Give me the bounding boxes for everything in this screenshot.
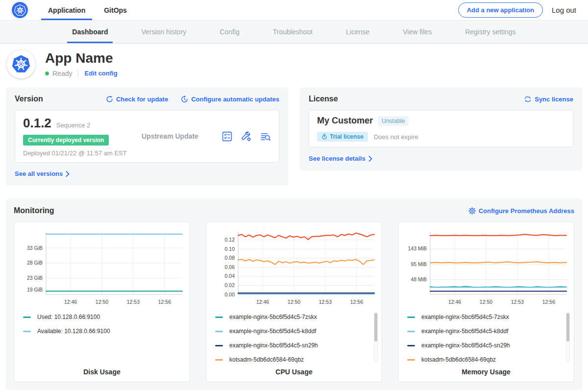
version-sequence: Sequence 2 (56, 122, 90, 129)
configure-automatic-updates-link[interactable]: Configure automatic updates (181, 96, 279, 103)
app-header: App Name Ready Edit config (0, 44, 588, 85)
divider (78, 70, 78, 77)
svg-text:12:53: 12:53 (319, 299, 332, 305)
license-card-title: License (309, 95, 338, 103)
svg-text:143 MiB: 143 MiB (408, 245, 427, 251)
legend-label: example-nginx-5bc6f5d4c5-k8ddf (229, 328, 316, 335)
legend-item: example-nginx-5bc6f5d4c5-k8ddf (215, 328, 373, 334)
customer-name: My Customer (317, 116, 373, 126)
legend-item: example-nginx-5bc6f5d4c5-7zskx (215, 314, 373, 320)
legend-item: kotsadm-5db6dc6584-69qbz (407, 357, 565, 363)
svg-text:12:56: 12:56 (350, 299, 363, 305)
memory-usage-legend: example-nginx-5bc6f5d4c5-7zskxexample-ng… (398, 309, 574, 365)
see-all-versions-link[interactable]: See all versions (15, 170, 70, 177)
svg-text:95 MiB: 95 MiB (411, 261, 427, 267)
cpu-usage-chart: 0.000.020.040.060.080.100.1212:4612:5012… (210, 227, 378, 309)
legend-swatch (407, 331, 415, 332)
cpu-usage-chart-title: CPU Usage (206, 368, 382, 376)
legend-scrollbar[interactable] (566, 312, 570, 362)
current-version-panel: 0.1.2 Sequence 2 Currently deployed vers… (15, 110, 279, 163)
version-card: Version Check for update Configure au (6, 87, 288, 186)
svg-text:0.02: 0.02 (225, 282, 235, 288)
app-tabs-nav: Dashboard Version history Config Trouble… (0, 21, 588, 44)
tab-view-files-label: View files (403, 28, 432, 36)
view-files-icon[interactable] (260, 131, 271, 142)
status-text: Ready (52, 70, 72, 77)
legend-item: example-nginx-5bc6f5d4c5-k8ddf (407, 328, 565, 334)
svg-text:12:56: 12:56 (158, 299, 171, 305)
top-tab-gitops-label: GitOps (104, 6, 127, 14)
legend-scrollbar-thumb[interactable] (374, 313, 377, 341)
legend-swatch (215, 345, 223, 346)
tab-version-history-label: Version history (141, 28, 186, 36)
config-wrench-icon[interactable] (241, 131, 252, 142)
add-application-button[interactable]: Add a new application (458, 2, 543, 18)
tab-dashboard[interactable]: Dashboard (69, 21, 111, 43)
legend-swatch (23, 331, 31, 332)
tab-troubleshoot[interactable]: Troubleshoot (270, 21, 316, 43)
check-for-update-link[interactable]: Check for update (106, 96, 168, 103)
tab-registry-settings-label: Registry settings (465, 28, 515, 36)
disk-usage-chart-card: 19 GiB23 GiB28 GiB33 GiB12:4612:5012:531… (14, 221, 190, 382)
summary-cards-row: Version Check for update Configure au (6, 87, 582, 186)
disk-usage-legend: Used: 10.128.0.66:9100Available: 10.128.… (14, 309, 190, 365)
svg-text:12:50: 12:50 (288, 299, 300, 305)
legend-item: Available: 10.128.0.66:9100 (23, 328, 181, 334)
svg-text:0.00: 0.00 (225, 292, 235, 297)
top-tab-gitops[interactable]: GitOps (102, 0, 129, 20)
license-details-panel: My Customer Unstable Trial license Does … (309, 110, 573, 147)
legend-swatch (215, 317, 223, 318)
legend-swatch (215, 331, 223, 332)
see-license-details-label: See license details (309, 155, 366, 162)
edit-config-link[interactable]: Edit config (84, 70, 117, 77)
disk-usage-chart-title: Disk Usage (14, 368, 190, 376)
top-actions: Add a new application Log out (458, 0, 576, 20)
preflight-checks-icon[interactable] (221, 131, 233, 142)
svg-text:0.08: 0.08 (225, 255, 235, 261)
legend-item: example-nginx-5bc6f5d4c5-sn29h (407, 342, 565, 348)
legend-scrollbar-thumb[interactable] (566, 313, 569, 341)
logout-button[interactable]: Log out (552, 6, 576, 14)
svg-text:12:50: 12:50 (480, 299, 492, 305)
legend-label: kotsadm-5db6dc6584-69qbz (421, 356, 496, 363)
ready-status-dot-icon (45, 72, 49, 75)
svg-text:12:53: 12:53 (511, 299, 524, 305)
see-license-details-link[interactable]: See license details (309, 155, 372, 162)
license-type-badge: Trial license (317, 132, 368, 142)
deployed-badge: Currently deployed version (23, 135, 109, 146)
check-for-update-label: Check for update (116, 96, 168, 103)
legend-swatch (215, 359, 223, 361)
legend-swatch (407, 359, 415, 361)
tab-version-history[interactable]: Version history (138, 21, 189, 43)
sync-license-link[interactable]: Sync license (524, 96, 573, 103)
svg-text:12:46: 12:46 (256, 299, 269, 305)
tab-config[interactable]: Config (217, 21, 242, 43)
license-expiry: Does not expire (374, 133, 418, 141)
legend-label: Used: 10.128.0.66:9100 (37, 314, 100, 320)
svg-text:0.12: 0.12 (225, 237, 235, 243)
legend-label: example-nginx-5bc6f5d4c5-k8ddf (421, 328, 508, 335)
brand (12, 0, 28, 20)
legend-scrollbar[interactable] (374, 312, 378, 362)
chevron-right-icon (368, 156, 372, 162)
tab-license-label: License (346, 28, 369, 36)
svg-text:12:56: 12:56 (542, 299, 555, 305)
kubernetes-logo-icon (12, 2, 28, 18)
svg-text:23 GiB: 23 GiB (27, 275, 43, 281)
tab-view-files[interactable]: View files (400, 21, 435, 43)
memory-usage-chart: 48 MiB95 MiB143 MiB12:4612:5012:5312:56 (402, 227, 570, 309)
tab-license[interactable]: License (343, 21, 372, 43)
svg-text:12:53: 12:53 (127, 299, 140, 305)
tab-registry-settings[interactable]: Registry settings (462, 21, 518, 43)
legend-item: example-nginx-5bc6f5d4c5-sn29h (215, 342, 373, 348)
license-card: License Sync license My Customer Unstabl… (300, 87, 582, 171)
legend-swatch (407, 345, 415, 346)
svg-text:0.04: 0.04 (225, 273, 235, 279)
version-number: 0.1.2 (23, 116, 51, 131)
configure-prometheus-link[interactable]: Configure Prometheus Address (468, 207, 574, 215)
top-tab-application[interactable]: Application (46, 0, 87, 20)
configure-prometheus-label: Configure Prometheus Address (479, 207, 574, 215)
tab-dashboard-label: Dashboard (72, 28, 108, 36)
tab-config-label: Config (220, 28, 239, 36)
chevron-right-icon (66, 171, 70, 177)
